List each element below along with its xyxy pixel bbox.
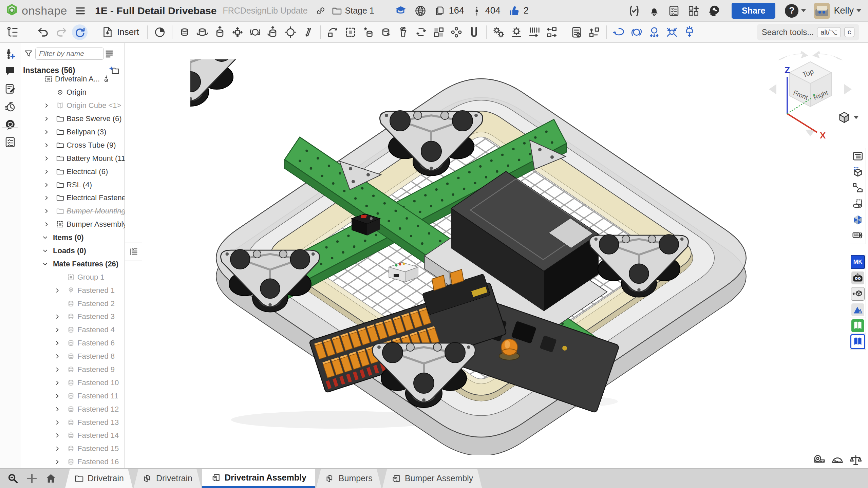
tree-row[interactable]: Battery Mount (11): [20, 152, 125, 165]
graphics-viewport[interactable]: Top Front Right Z X Y: [125, 43, 868, 468]
document-title[interactable]: 1E - Full Detail Drivebase: [95, 5, 216, 17]
tab-bumpers[interactable]: Bumpers: [316, 469, 381, 488]
tab-drivetrain[interactable]: Drivetrain: [65, 469, 133, 488]
measure-tape-icon[interactable]: [812, 453, 826, 467]
mass-scale-icon[interactable]: [849, 453, 863, 467]
expand-chevron-icon[interactable]: [54, 367, 60, 373]
protractor-icon[interactable]: [831, 453, 844, 467]
tree-row[interactable]: Fastened 8: [20, 350, 125, 363]
parallel-mate-icon[interactable]: [299, 23, 317, 41]
animate-collide-icon[interactable]: [663, 23, 681, 41]
link-icon[interactable]: [315, 5, 326, 16]
app-book-blue-button[interactable]: [850, 334, 866, 350]
thumbs-up-icon[interactable]: [508, 5, 520, 17]
tree-row[interactable]: Fastened 1: [20, 284, 125, 297]
tube-profile-button[interactable]: [850, 196, 866, 212]
tab-drivetrain[interactable]: Drivetrain: [134, 469, 201, 488]
tree-row[interactable]: Fastened 9: [20, 363, 125, 376]
public-globe-icon[interactable]: [414, 5, 427, 17]
tree-row[interactable]: Mate Features (26): [20, 257, 125, 270]
update-sync-icon[interactable]: [72, 24, 88, 40]
search-tools-box[interactable]: Search tools...alt/⌥c: [757, 24, 859, 40]
redo-arrow-icon[interactable]: [52, 23, 70, 41]
expand-chevron-icon[interactable]: [43, 102, 50, 109]
tree-structure-icon[interactable]: [3, 23, 21, 41]
tree-row[interactable]: Fastened 2: [20, 297, 125, 310]
home-icon[interactable]: [45, 472, 57, 485]
fastened-mate-icon[interactable]: [176, 23, 193, 41]
expand-chevron-icon[interactable]: [43, 142, 50, 148]
tree-row[interactable]: Electrical Fasteners (...: [20, 191, 125, 205]
tree-row[interactable]: Origin Cube <1>: [20, 99, 125, 112]
slider-mate-icon[interactable]: [211, 23, 229, 41]
tree-row[interactable]: RSL (4): [20, 178, 125, 191]
tree-row[interactable]: Fastened 6: [20, 337, 125, 350]
tree-row[interactable]: Fastened 15: [20, 442, 125, 455]
cylindrical-mate-icon[interactable]: [264, 23, 282, 41]
expand-chevron-icon[interactable]: [43, 182, 50, 188]
derived-part-button[interactable]: [850, 180, 866, 196]
feature-script-icon[interactable]: [628, 4, 641, 17]
mate-connector-icon[interactable]: [359, 23, 377, 41]
expand-chevron-icon[interactable]: [54, 432, 60, 438]
help-caret-icon[interactable]: [801, 9, 806, 12]
panel-collapse-handle[interactable]: [125, 243, 142, 261]
history-clock-icon[interactable]: [4, 101, 16, 113]
copies-icon[interactable]: [434, 5, 446, 17]
edit-in-context-icon[interactable]: [395, 23, 412, 41]
tree-row[interactable]: Base Swerve (6): [20, 112, 125, 126]
view-cube-faces[interactable]: Top Front Right: [789, 62, 831, 107]
hamburger-menu-icon[interactable]: [75, 5, 86, 17]
tree-row[interactable]: Group 1: [20, 270, 125, 284]
expand-chevron-icon[interactable]: [54, 327, 60, 333]
comments-icon[interactable]: [4, 65, 16, 77]
rack-relation-icon[interactable]: [525, 23, 543, 41]
list-view-icon[interactable]: [105, 49, 114, 58]
onshape-logo-icon[interactable]: [5, 4, 19, 18]
ai-assistant-icon[interactable]: [707, 4, 720, 17]
app-mk-button[interactable]: MK: [850, 254, 866, 270]
bom-table-icon[interactable]: [568, 23, 585, 41]
hex-segments-button[interactable]: [850, 212, 866, 228]
animate-drop-icon[interactable]: [645, 23, 663, 41]
tree-row[interactable]: Fastened 14: [20, 429, 125, 442]
tree-row[interactable]: Loads (0): [20, 244, 125, 258]
view-options-button[interactable]: [837, 111, 858, 124]
tree-row[interactable]: Fastened 11: [20, 389, 125, 402]
exploded-view-icon[interactable]: [585, 23, 603, 41]
replicate-icon[interactable]: [377, 23, 395, 41]
versions-dots-icon[interactable]: [472, 6, 482, 16]
tree-row[interactable]: Bumper Mounting Plat...: [20, 205, 125, 218]
tree-row[interactable]: Cross Tube (9): [20, 138, 125, 152]
animate-orbit-icon[interactable]: [628, 23, 645, 41]
tree-row[interactable]: Bellypan (3): [20, 126, 125, 139]
revolute-mate-icon[interactable]: [193, 23, 211, 41]
tree-row[interactable]: Items (0): [20, 231, 125, 244]
animate-light-icon[interactable]: [681, 23, 698, 41]
app-export-cube-button[interactable]: [850, 286, 866, 302]
user-caret-icon[interactable]: [856, 9, 861, 12]
animate-loop-icon[interactable]: [610, 23, 628, 41]
app-robot-button[interactable]: [850, 270, 866, 286]
filter-input[interactable]: [35, 48, 104, 60]
view-cube[interactable]: Top Front Right Z X Y: [766, 44, 854, 143]
tree-row[interactable]: Fastened 4: [20, 323, 125, 337]
tree-row[interactable]: Fastened 10: [20, 376, 125, 389]
app-book-green-button[interactable]: [850, 318, 866, 334]
swerve-module[interactable]: [190, 59, 242, 106]
tree-row[interactable]: Fastened 3: [20, 310, 125, 323]
versions-add-icon[interactable]: [4, 48, 16, 60]
tree-row[interactable]: Fastened 13: [20, 416, 125, 429]
notifications-bell-icon[interactable]: [648, 5, 660, 17]
search-tabs-icon[interactable]: [7, 472, 19, 485]
expand-chevron-icon[interactable]: [43, 208, 50, 214]
drivebase-3d-model[interactable]: [190, 59, 771, 455]
expand-chevron-icon[interactable]: [43, 129, 50, 135]
expand-chevron-icon[interactable]: [43, 116, 50, 122]
snap-clip-icon[interactable]: [465, 23, 483, 41]
apps-grid-icon[interactable]: [687, 5, 700, 17]
expand-chevron-icon[interactable]: [43, 195, 50, 201]
cube-grid-button[interactable]: [850, 164, 866, 180]
share-button[interactable]: Share: [732, 3, 775, 19]
expand-chevron-icon[interactable]: [54, 393, 60, 399]
